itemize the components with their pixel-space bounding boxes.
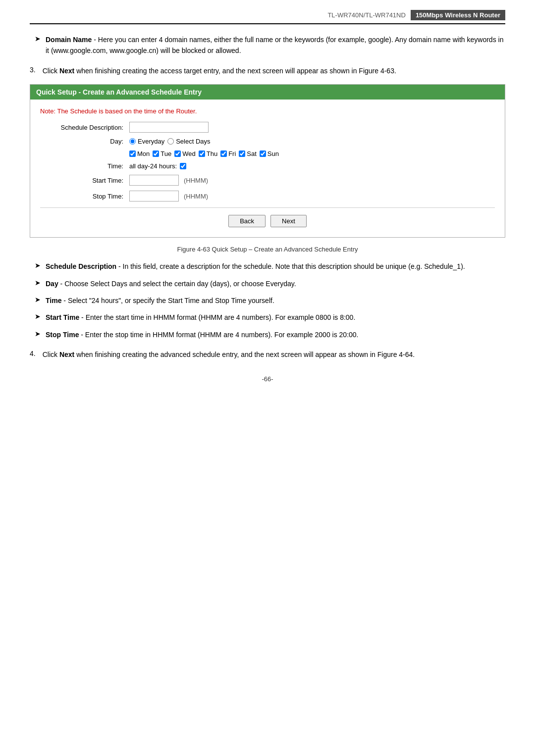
fri-checkbox-label[interactable]: Fri bbox=[220, 150, 236, 157]
thu-checkbox-label[interactable]: Thu bbox=[199, 150, 217, 157]
select-days-radio-label[interactable]: Select Days bbox=[167, 138, 210, 145]
page-header: TL-WR740N/TL-WR741ND 150Mbps Wireless N … bbox=[30, 10, 505, 24]
everyday-label: Everyday bbox=[138, 138, 164, 145]
day-control: Everyday Select Days bbox=[129, 138, 495, 145]
stop-time-bullet-text: Stop Time - Enter the stop time in HHMM … bbox=[46, 329, 505, 340]
numbered-item-4: 4. Click Next when finishing creating th… bbox=[30, 349, 505, 360]
domain-name-section: ➤ Domain Name - Here you can enter 4 dom… bbox=[30, 34, 505, 56]
sun-checkbox-label[interactable]: Sun bbox=[260, 150, 279, 157]
domain-name-label: Domain Name bbox=[46, 36, 92, 44]
start-time-control: (HHMM) bbox=[129, 175, 495, 186]
tue-checkbox[interactable] bbox=[153, 151, 159, 157]
schedule-desc-bullet: ➤ Schedule Description - In this field, … bbox=[30, 261, 505, 272]
sat-label: Sat bbox=[247, 150, 257, 157]
wed-checkbox[interactable] bbox=[174, 151, 181, 157]
stop-time-row: Stop Time: (HHMM) bbox=[40, 191, 495, 202]
time-bullet: ➤ Time - Select "24 hours", or specify t… bbox=[30, 295, 505, 306]
schedule-description-row: Schedule Description: bbox=[40, 122, 495, 133]
sun-label: Sun bbox=[268, 150, 279, 157]
stop-time-label: Stop Time: bbox=[50, 193, 129, 200]
figure-divider bbox=[40, 207, 495, 208]
domain-name-text: Domain Name - Here you can enter 4 domai… bbox=[46, 34, 505, 56]
start-time-label: Start Time: bbox=[50, 177, 129, 184]
days-checkboxes-control: Mon Tue Wed Thu Fri Sat Sun bbox=[129, 150, 495, 157]
day-bullet-text: Day - Choose Select Days and select the … bbox=[46, 278, 505, 289]
fri-checkbox[interactable] bbox=[220, 151, 227, 157]
start-time-input[interactable] bbox=[129, 175, 179, 186]
bullet-arrow-1: ➤ bbox=[35, 261, 41, 269]
header-model: TL-WR740N/TL-WR741ND bbox=[327, 11, 405, 19]
mon-checkbox-label[interactable]: Mon bbox=[129, 150, 150, 157]
days-checkboxes-row: Mon Tue Wed Thu Fri Sat Sun bbox=[40, 150, 495, 157]
numbered-text-4: Click Next when finishing creating the a… bbox=[43, 349, 505, 360]
next-bold-1: Next bbox=[59, 67, 74, 75]
all-day-label: all day-24 hours: bbox=[129, 162, 177, 170]
thu-checkbox[interactable] bbox=[199, 151, 205, 157]
select-days-radio[interactable] bbox=[167, 138, 174, 145]
bullet-arrow-4: ➤ bbox=[35, 312, 41, 320]
stop-time-bullet: ➤ Stop Time - Enter the stop time in HHM… bbox=[30, 329, 505, 340]
back-button[interactable]: Back bbox=[228, 215, 266, 227]
figure-caption: Figure 4-63 Quick Setup – Create an Adva… bbox=[30, 246, 505, 253]
all-day-checkbox[interactable] bbox=[180, 163, 186, 169]
next-bold-2: Next bbox=[59, 351, 74, 358]
header-product: 150Mbps Wireless N Router bbox=[411, 10, 505, 20]
time-bullet-text: Time - Select "24 hours", or specify the… bbox=[46, 295, 505, 306]
tue-checkbox-label[interactable]: Tue bbox=[153, 150, 171, 157]
schedule-description-control bbox=[129, 122, 495, 133]
start-time-hint: (HHMM) bbox=[184, 177, 208, 184]
buttons-row: Back Next bbox=[40, 215, 495, 227]
time-bold: Time bbox=[46, 297, 61, 304]
figure-title-bar: Quick Setup - Create an Advanced Schedul… bbox=[30, 85, 505, 100]
day-label: Day: bbox=[50, 138, 129, 145]
everyday-radio[interactable] bbox=[129, 138, 136, 145]
stop-time-hint: (HHMM) bbox=[184, 193, 208, 200]
tue-label: Tue bbox=[160, 150, 171, 157]
wed-label: Wed bbox=[182, 150, 196, 157]
description-bullets-section: ➤ Schedule Description - In this field, … bbox=[30, 261, 505, 340]
bullet-arrow-3: ➤ bbox=[35, 296, 41, 303]
time-control: all day-24 hours: bbox=[129, 162, 495, 170]
bullet-arrow-2: ➤ bbox=[35, 279, 41, 287]
wed-checkbox-label[interactable]: Wed bbox=[174, 150, 196, 157]
mon-checkbox[interactable] bbox=[129, 151, 136, 157]
sat-checkbox[interactable] bbox=[239, 151, 245, 157]
stop-time-control: (HHMM) bbox=[129, 191, 495, 202]
stop-time-bold: Stop Time bbox=[46, 331, 79, 339]
select-days-label: Select Days bbox=[176, 138, 210, 145]
numbered-item-3: 3. Click Next when finishing creating th… bbox=[30, 65, 505, 76]
day-row: Day: Everyday Select Days bbox=[40, 138, 495, 145]
sat-checkbox-label[interactable]: Sat bbox=[239, 150, 257, 157]
time-row: Time: all day-24 hours: bbox=[40, 162, 495, 170]
numbered-text-3: Click Next when finishing creating the a… bbox=[43, 65, 505, 76]
schedule-description-label: Schedule Description: bbox=[50, 124, 129, 131]
thu-label: Thu bbox=[207, 150, 217, 157]
figure-note: Note: The Schedule is based on the time … bbox=[40, 107, 495, 115]
figure-box: Quick Setup - Create an Advanced Schedul… bbox=[30, 84, 505, 238]
sun-checkbox[interactable] bbox=[260, 151, 266, 157]
numbered-num-3: 3. bbox=[30, 66, 36, 74]
day-bullet: ➤ Day - Choose Select Days and select th… bbox=[30, 278, 505, 289]
bullet-arrow-5: ➤ bbox=[35, 330, 41, 338]
numbered-num-4: 4. bbox=[30, 350, 36, 357]
schedule-desc-bold: Schedule Description bbox=[46, 262, 116, 270]
domain-name-item: ➤ Domain Name - Here you can enter 4 dom… bbox=[30, 34, 505, 56]
next-button[interactable]: Next bbox=[270, 215, 307, 227]
all-day-row: all day-24 hours: bbox=[129, 162, 186, 170]
day-bold: Day bbox=[46, 280, 58, 288]
time-label: Time: bbox=[50, 162, 129, 170]
fri-label: Fri bbox=[228, 150, 236, 157]
start-time-bold: Start Time bbox=[46, 313, 79, 321]
everyday-radio-label[interactable]: Everyday bbox=[129, 138, 164, 145]
start-time-row: Start Time: (HHMM) bbox=[40, 175, 495, 186]
start-time-bullet: ➤ Start Time - Enter the start time in H… bbox=[30, 312, 505, 323]
bullet-arrow: ➤ bbox=[35, 35, 41, 43]
days-row: Mon Tue Wed Thu Fri Sat Sun bbox=[129, 150, 279, 157]
stop-time-input[interactable] bbox=[129, 191, 179, 202]
schedule-description-input[interactable] bbox=[129, 122, 209, 133]
page-number: -66- bbox=[30, 375, 505, 383]
figure-body: Note: The Schedule is based on the time … bbox=[30, 100, 505, 237]
schedule-desc-bullet-text: Schedule Description - In this field, cr… bbox=[46, 261, 505, 272]
mon-label: Mon bbox=[137, 150, 150, 157]
start-time-bullet-text: Start Time - Enter the start time in HHM… bbox=[46, 312, 505, 323]
